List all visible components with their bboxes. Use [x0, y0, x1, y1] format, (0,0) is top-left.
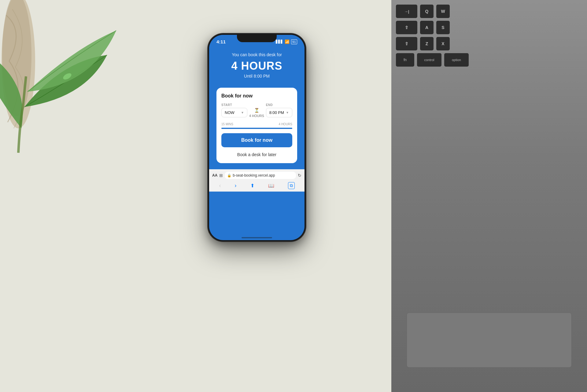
- w-key: W: [436, 5, 450, 18]
- home-indicator: [242, 237, 272, 238]
- phone-notch: [237, 34, 277, 42]
- status-time: 4:11: [216, 39, 226, 44]
- reload-icon[interactable]: ↻: [298, 173, 301, 178]
- end-time-group: END 8:00 PM ▼: [266, 103, 292, 117]
- fn-key: fn: [396, 53, 414, 67]
- back-button[interactable]: ‹: [219, 182, 221, 189]
- card-title: Book for now: [221, 93, 292, 99]
- time-picker-row: START NOW ▼ ⏳ 4 HOURS: [221, 103, 292, 118]
- header-hours: 4 HOURS: [215, 60, 298, 72]
- slider-labels: 15 MINS 4 HOURS: [221, 123, 292, 126]
- header-until: Until 8:00 PM: [215, 74, 298, 79]
- duration-slider-row: 15 MINS 4 HOURS: [221, 123, 292, 129]
- phone-screen: 4:11 ▋▋▋ 📶 91 You can book this desk for…: [209, 35, 305, 240]
- tab-key: →|: [396, 5, 417, 18]
- bookmarks-button[interactable]: 📖: [268, 183, 274, 189]
- s-key: S: [436, 21, 450, 34]
- time-divider: ⏳ 4 HOURS: [249, 108, 264, 118]
- wifi-icon: 📶: [285, 39, 290, 44]
- lock-icon: 🔒: [227, 174, 231, 178]
- app-header: You can book this desk for 4 HOURS Until…: [209, 46, 305, 88]
- slider-min-label: 15 MINS: [221, 123, 233, 126]
- a-key: A: [420, 21, 434, 34]
- hourglass-icon: ⏳: [254, 108, 259, 113]
- status-icons: ▋▋▋ 📶 91: [276, 39, 297, 44]
- duration-label: 4 HOURS: [249, 114, 264, 118]
- laptop-keyboard: →| Q W ⇧ A S ⇧: [391, 0, 587, 392]
- end-time-select[interactable]: 8:00 PM ▼: [266, 108, 292, 117]
- x-key: X: [436, 37, 450, 50]
- signal-icon: ▋▋▋: [276, 40, 283, 44]
- book-now-button[interactable]: Book for now: [221, 133, 292, 147]
- header-subtitle: You can book this desk for: [215, 52, 298, 57]
- phone-frame: 4:11 ▋▋▋ 📶 91 You can book this desk for…: [208, 34, 306, 241]
- control-key: control: [417, 53, 441, 67]
- slider-max-label: 4 HOURS: [279, 123, 292, 126]
- tabs-button[interactable]: ⧉: [288, 182, 295, 189]
- q-key: Q: [420, 5, 434, 18]
- slider-fill: [221, 128, 292, 129]
- share-button[interactable]: ⬆: [250, 183, 254, 189]
- phone-device: 4:11 ▋▋▋ 📶 91 You can book this desk for…: [208, 34, 306, 241]
- z-key: Z: [420, 37, 434, 50]
- battery-indicator: 91: [291, 39, 297, 44]
- booking-card: Book for now START NOW ▼: [216, 88, 297, 163]
- reader-mode-icon[interactable]: ⊞: [219, 173, 223, 178]
- url-text[interactable]: b-seat-booking.vercel.app: [233, 173, 275, 178]
- end-label: END: [266, 103, 292, 107]
- dropdown-arrow-end: ▼: [286, 111, 289, 114]
- forward-button[interactable]: ›: [235, 182, 237, 189]
- start-time-select[interactable]: NOW ▼: [221, 108, 247, 117]
- option-key: option: [444, 53, 469, 67]
- browser-nav-bar: ‹ › ⬆ 📖 ⧉: [212, 181, 301, 192]
- slider-track[interactable]: [221, 128, 292, 129]
- start-time-group: START NOW ▼: [221, 103, 247, 117]
- book-later-link[interactable]: Book a desk for later: [221, 151, 292, 158]
- start-label: START: [221, 103, 247, 107]
- aa-button[interactable]: AA: [212, 173, 217, 178]
- dropdown-arrow-start: ▼: [241, 111, 244, 114]
- browser-chrome: AA ⊞ 🔒 b-seat-booking.vercel.app ↻ ‹ › ⬆…: [209, 169, 305, 192]
- shift-key-1: ⇧: [396, 21, 417, 34]
- shift-key-2: ⇧: [396, 37, 417, 50]
